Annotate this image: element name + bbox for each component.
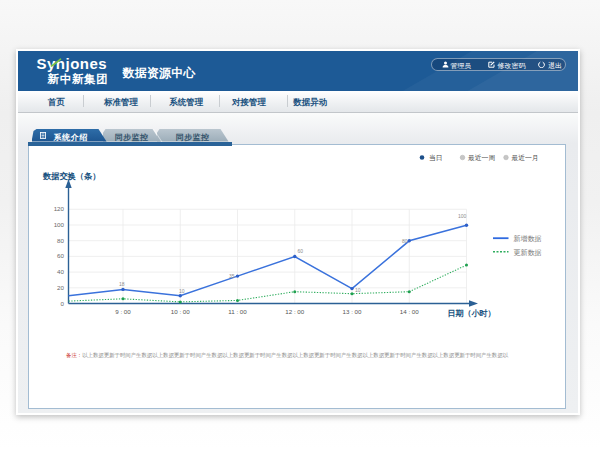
svg-text:数据交换（条）: 数据交换（条）	[42, 171, 100, 181]
svg-text:60: 60	[57, 252, 64, 259]
svg-text:最近一月: 最近一月	[511, 154, 539, 162]
svg-text:120: 120	[54, 205, 65, 212]
svg-text:60: 60	[298, 248, 304, 254]
svg-text:更新数据: 更新数据	[514, 248, 542, 257]
svg-text:20: 20	[57, 284, 64, 291]
svg-text:10: 10	[355, 287, 361, 293]
svg-text:40: 40	[57, 268, 64, 275]
svg-text:80: 80	[57, 237, 64, 244]
svg-text:10: 10	[179, 288, 185, 294]
svg-text:13 : 00: 13 : 00	[343, 308, 362, 315]
svg-text:当日: 当日	[429, 154, 443, 162]
svg-text:14 : 00: 14 : 00	[400, 308, 419, 315]
svg-text:100: 100	[54, 221, 65, 228]
svg-text:9 : 00: 9 : 00	[115, 308, 131, 315]
svg-text:80: 80	[402, 238, 408, 244]
svg-text:11 : 00: 11 : 00	[228, 308, 247, 315]
svg-text:0: 0	[61, 300, 65, 307]
svg-text:12 : 00: 12 : 00	[285, 308, 304, 315]
svg-text:日期（小时）: 日期（小时）	[448, 309, 496, 318]
svg-text:18: 18	[119, 281, 125, 287]
svg-text:10 : 00: 10 : 00	[171, 308, 190, 315]
svg-text:35: 35	[229, 273, 235, 279]
svg-text:最近一周: 最近一周	[467, 154, 495, 161]
svg-text:100: 100	[458, 213, 467, 219]
svg-text:备注：以上数据更新于时间产生数据以上数据更新于时间产生数据以: 备注：以上数据更新于时间产生数据以上数据更新于时间产生数据以上数据更新于时间产生…	[66, 352, 509, 359]
svg-text:新增数据: 新增数据	[514, 234, 542, 243]
